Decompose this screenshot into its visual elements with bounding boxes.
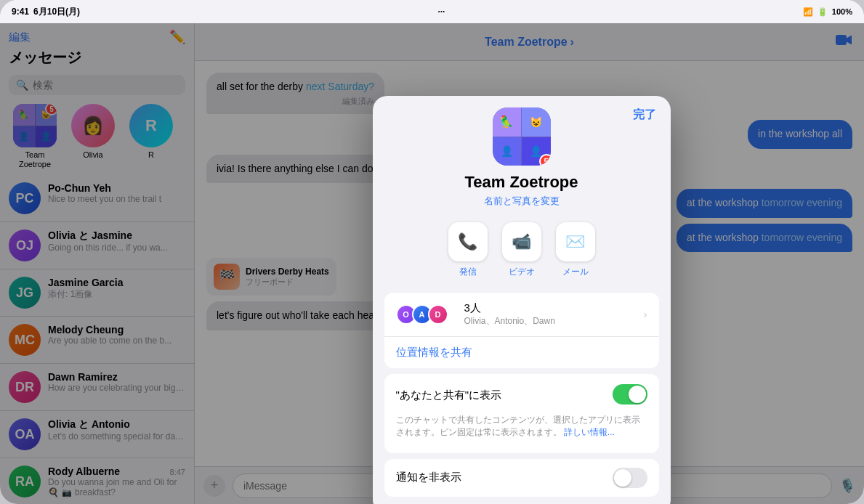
more-info-link[interactable]: 詳しい情報... [564, 427, 615, 437]
show-with-you-section: "あなたと共有"に表示 このチャットで共有したコンテンツが、選択したアプリに表示… [384, 374, 659, 453]
status-bar-right: 📶 🔋 100% [803, 7, 852, 17]
member-avatar: D [428, 304, 448, 325]
members-row[interactable]: O A D 3人 Olivia、Antonio、Dawn › [384, 293, 659, 337]
mute-section: 通知を非表示 [384, 459, 659, 497]
battery-percent: 100% [832, 7, 852, 16]
wifi-icon: 📶 [803, 7, 813, 17]
members-section: O A D 3人 Olivia、Antonio、Dawn › [384, 293, 659, 368]
modal-actions: 📞 発信 📹 ビデオ ✉️ メール [373, 214, 671, 287]
mail-icon: ✉️ [556, 222, 595, 261]
mute-row: 通知を非表示 [384, 459, 659, 497]
battery-icon: 🔋 [817, 7, 828, 17]
modal-group-name: Team Zoetrope [464, 173, 578, 192]
members-text: 3人 Olivia、Antonio、Dawn [464, 301, 635, 328]
status-bar: 9:41 6月10日(月) ··· 📶 🔋 100% [0, 0, 864, 23]
edit-group-link[interactable]: 名前と写真を変更 [484, 195, 560, 208]
video-icon: 📹 [502, 222, 541, 261]
modal-group-avatar: 🦜 😺 👤 👤 5 [493, 107, 551, 166]
modal-header: 完了 🦜 😺 👤 👤 5 Team Zoetrope 名前と写真を変更 [373, 96, 671, 214]
mute-toggle[interactable] [613, 468, 647, 488]
ipad-frame: 9:41 6月10日(月) ··· 📶 🔋 100% 編集 ✏️ メッセージ 🔍 [0, 0, 864, 504]
modal-overlay: 完了 🦜 😺 👤 👤 5 Team Zoetrope 名前と写真を変更 [0, 23, 864, 504]
group-info-sheet: 完了 🦜 😺 👤 👤 5 Team Zoetrope 名前と写真を変更 [373, 96, 671, 504]
status-time: 9:41 [12, 7, 29, 17]
status-dots: ··· [437, 7, 445, 17]
status-date: 6月10日(月) [33, 6, 80, 18]
mail-button[interactable]: ✉️ メール [556, 222, 595, 278]
location-share-row[interactable]: 位置情報を共有 [384, 337, 659, 368]
show-with-you-toggle[interactable] [613, 384, 647, 405]
status-bar-left: 9:41 6月10日(月) [12, 6, 80, 18]
video-button[interactable]: 📹 ビデオ [502, 222, 541, 278]
chevron-right-icon: › [644, 309, 647, 320]
call-icon: 📞 [448, 222, 488, 261]
member-avatars: O A D [396, 304, 448, 325]
call-button[interactable]: 📞 発信 [448, 222, 488, 278]
main-content: 編集 ✏️ メッセージ 🔍 🦜 😺 👤 👤 [0, 23, 864, 504]
show-with-you-row: "あなたと共有"に表示 このチャットで共有したコンテンツが、選択したアプリに表示… [384, 374, 659, 453]
done-button[interactable]: 完了 [633, 107, 656, 123]
